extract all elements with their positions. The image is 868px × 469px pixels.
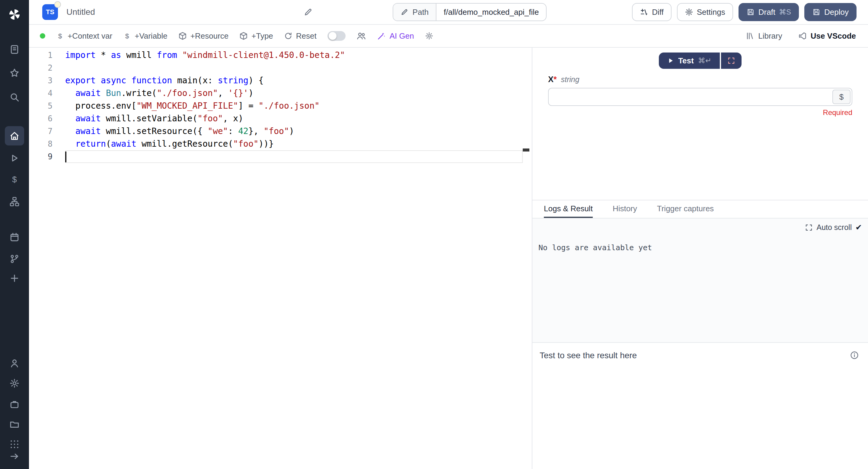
add-resource-label: +Resource (190, 31, 228, 41)
settings-label: Settings (697, 7, 725, 17)
main-column: TS Untitled Path f/all/demo_mocked_api_f… (29, 0, 868, 469)
add-variable-button[interactable]: $ +Variable (123, 31, 167, 41)
right-pane: Test ⌘↵ X* string (532, 48, 868, 469)
dollar-icon: $ (56, 32, 64, 40)
add-resource-button[interactable]: +Resource (178, 31, 228, 41)
tab-trigger-captures[interactable]: Trigger captures (657, 200, 714, 218)
arg-input[interactable] (548, 88, 852, 106)
reset-button[interactable]: Reset (284, 31, 317, 41)
sidebar-item-search[interactable] (6, 89, 23, 106)
draft-button[interactable]: Draft ⌘S (739, 3, 799, 21)
arg-type: string (561, 75, 580, 84)
path-edit-button[interactable]: Path (393, 4, 437, 21)
line-number[interactable]: 5 (29, 100, 65, 112)
deploy-icon (812, 8, 820, 16)
path-value[interactable]: f/all/demo_mocked_api_file (436, 4, 546, 21)
settings-button[interactable]: Settings (677, 3, 733, 21)
sidebar-item-favorites[interactable] (6, 65, 23, 82)
required-asterisk: * (554, 75, 557, 84)
test-button[interactable]: Test ⌘↵ (659, 53, 720, 69)
code-line[interactable]: await Bun.write("./foo.json", '{}') (65, 87, 532, 100)
line-number[interactable]: 6 (29, 112, 65, 125)
sidebar-item-workers[interactable] (6, 250, 23, 268)
sidebar-item-runs[interactable] (6, 150, 23, 166)
diff-label: Diff (652, 7, 664, 17)
plus-icon (9, 273, 20, 283)
sidebar-item-workspace[interactable] (6, 396, 23, 413)
code-line[interactable]: await wmill.setVariable("foo", x) (65, 112, 532, 125)
library-label: Library (758, 31, 782, 41)
add-context-var-button[interactable]: $ +Context var (56, 31, 112, 41)
code-line[interactable]: process.env["WM_MOCKED_API_FILE"] = "./f… (65, 100, 532, 112)
checkmark-icon: ✔ (855, 223, 862, 232)
line-number[interactable]: 4 (29, 87, 65, 100)
line-number[interactable]: 3 (29, 74, 65, 87)
code-line[interactable] (65, 62, 532, 74)
play-icon (9, 153, 20, 163)
sidebar-item-resources[interactable] (6, 193, 23, 210)
sidebar-collapse[interactable] (6, 448, 23, 465)
code-editor[interactable]: 123456789 import * as wmill from "windmi… (29, 48, 532, 469)
ai-gen-button[interactable]: AI Gen (377, 31, 414, 41)
code-line[interactable] (65, 150, 532, 163)
result-placeholder: Test to see the result here (539, 351, 861, 361)
star-icon (9, 68, 20, 78)
badge-status-dot (54, 1, 61, 8)
sidebar-item-user[interactable] (6, 355, 23, 372)
collab-toggle[interactable] (328, 31, 346, 41)
windmill-logo-icon (8, 8, 21, 21)
sidebar-item-schedules[interactable] (6, 229, 23, 246)
use-vscode-button[interactable]: Use VScode (798, 31, 856, 41)
line-number[interactable]: 1 (29, 49, 65, 62)
editor-gutter[interactable]: 123456789 (29, 49, 65, 163)
wand-icon (377, 31, 386, 40)
auto-scroll-toggle[interactable]: Auto scroll ✔ (805, 223, 862, 232)
sidebar-item-docs[interactable] (6, 41, 23, 58)
arg-block: X* string $ Required (532, 75, 868, 117)
deploy-button[interactable]: Deploy (804, 3, 857, 21)
sitemap-icon (9, 196, 20, 207)
line-number[interactable]: 8 (29, 137, 65, 150)
test-fullscreen-button[interactable] (721, 53, 742, 69)
title-box: Untitled (66, 7, 313, 17)
add-type-button[interactable]: +Type (239, 31, 273, 41)
code-line[interactable]: await wmill.setResource({ "we": 42}, "fo… (65, 125, 532, 137)
app-root: $ (0, 0, 868, 469)
diff-button[interactable]: Diff (632, 3, 672, 21)
cube-icon (239, 32, 248, 40)
sidebar-item-add[interactable] (6, 270, 23, 287)
test-shortcut: ⌘↵ (698, 57, 711, 65)
expand-icon (805, 224, 813, 231)
line-number[interactable]: 2 (29, 62, 65, 74)
windmill-logo[interactable] (6, 6, 23, 23)
arrow-right-icon (9, 451, 20, 462)
language-badge[interactable]: TS (42, 4, 58, 20)
sidebar-item-folders[interactable] (6, 416, 23, 433)
library-button[interactable]: Library (746, 31, 782, 41)
use-vscode-label: Use VScode (811, 31, 856, 41)
tab-history[interactable]: History (613, 200, 637, 218)
code-line[interactable]: import * as wmill from "windmill-client@… (65, 49, 532, 62)
info-icon[interactable] (850, 351, 859, 362)
sidebar-item-variables[interactable]: $ (6, 171, 23, 188)
multiplayer-button[interactable] (356, 31, 366, 41)
code-line[interactable]: export async function main(x: string) { (65, 74, 532, 87)
edit-title-button[interactable] (304, 7, 313, 17)
auto-scroll-label: Auto scroll (816, 223, 852, 232)
tab-logs-result[interactable]: Logs & Result (544, 200, 593, 218)
vscode-icon (798, 31, 807, 40)
cube-icon (178, 32, 187, 40)
sidebar-item-settings[interactable] (6, 375, 23, 392)
line-number[interactable]: 9 (29, 150, 65, 163)
code-line[interactable]: return(await wmill.getResource("foo"))} (65, 137, 532, 150)
save-icon (746, 8, 755, 16)
variable-picker-button[interactable]: $ (832, 90, 850, 104)
status-dot (40, 33, 45, 39)
editor-settings-button[interactable] (425, 32, 433, 40)
pencil-icon (304, 7, 313, 17)
branch-icon (9, 254, 20, 264)
line-number[interactable]: 7 (29, 125, 65, 137)
sidebar-item-home[interactable] (5, 126, 24, 146)
editor-code[interactable]: import * as wmill from "windmill-client@… (65, 48, 532, 163)
arg-label-row: X* string (548, 75, 852, 84)
